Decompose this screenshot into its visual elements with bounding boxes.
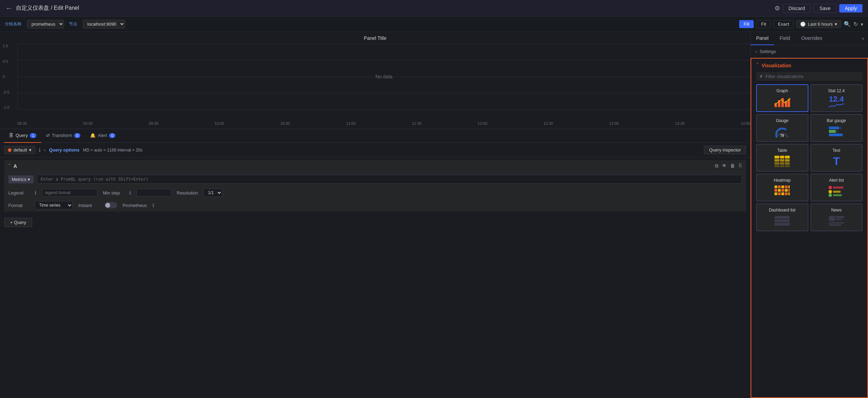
- instant-toggle[interactable]: [105, 202, 117, 208]
- svg-point-40: [829, 190, 832, 193]
- tab-panel[interactable]: Panel: [751, 32, 774, 45]
- query-options-link[interactable]: Query options: [49, 147, 79, 153]
- svg-rect-29: [778, 189, 781, 192]
- active-datasource-select[interactable]: default ▾: [4, 146, 35, 154]
- tab-alert-label: Alert: [98, 133, 107, 138]
- refresh-icon[interactable]: ↻: [853, 21, 858, 27]
- svg-rect-46: [774, 223, 790, 226]
- svg-point-38: [829, 186, 832, 189]
- legend-input[interactable]: [42, 189, 97, 197]
- datasource-select[interactable]: prometheus: [27, 20, 64, 28]
- drag-query-icon[interactable]: ⠿: [738, 163, 742, 169]
- tab-transform[interactable]: ⇄ Transform 0: [41, 129, 86, 143]
- datasource-info-icon[interactable]: ℹ: [39, 147, 41, 153]
- add-query-button[interactable]: + Query: [4, 218, 32, 227]
- viz-news[interactable]: News: [811, 204, 863, 231]
- tab-query[interactable]: 🗄 Query 1: [4, 129, 41, 143]
- transform-count-badge: 0: [74, 133, 80, 138]
- transform-icon: ⇄: [46, 133, 50, 138]
- svg-rect-21: [780, 165, 784, 167]
- top-bar-right: ⚙ Discard Save Apply: [774, 4, 862, 13]
- metrics-button[interactable]: Metrics ▾: [8, 175, 34, 183]
- view-exact-button[interactable]: Exact: [773, 20, 794, 28]
- node-select[interactable]: localhost:9090: [83, 20, 125, 28]
- svg-rect-14: [774, 159, 779, 162]
- viz-alertlist[interactable]: Alert list: [811, 174, 863, 201]
- viz-graph[interactable]: Graph: [756, 84, 808, 112]
- viz-heatmap-label: Heatmap: [774, 178, 791, 183]
- tab-overrides[interactable]: Overrides: [796, 32, 828, 45]
- alert-icon: 🔔: [90, 133, 96, 138]
- graph-icon: [774, 95, 790, 108]
- copy-query-icon[interactable]: ⧉: [715, 163, 718, 169]
- format-row: Format Time series Instant Prometheus ℹ: [4, 199, 746, 211]
- datasource-chevron-icon: ▾: [29, 147, 32, 153]
- viz-dashboardlist-label: Dashboard list: [769, 208, 796, 213]
- hide-query-icon[interactable]: 👁: [722, 163, 727, 169]
- datasource-label: 分组名称: [5, 21, 21, 27]
- viz-grid: Graph Stat 12.4: [756, 84, 862, 231]
- save-button[interactable]: Save: [814, 4, 836, 13]
- query-input-row: Metrics ▾: [4, 172, 746, 187]
- query-inspector-button[interactable]: Query inspector: [704, 146, 746, 154]
- bargauge-icon: [828, 125, 845, 138]
- settings-section[interactable]: › Settings: [751, 45, 868, 58]
- promql-input[interactable]: [37, 175, 742, 184]
- min-step-info-icon[interactable]: ℹ: [129, 190, 131, 196]
- query-block-a: ˅ A ⧉ 👁 🗑 ⠿ Metrics ▾ Legend ℹ: [4, 160, 746, 211]
- query-count-badge: 1: [30, 133, 36, 138]
- query-collapse-button[interactable]: ˅: [8, 163, 11, 169]
- time-range-button[interactable]: 🕐 Last 6 hours ▾: [796, 20, 841, 28]
- back-button[interactable]: ←: [6, 4, 12, 12]
- dashboardlist-icon: [774, 215, 790, 227]
- apply-button[interactable]: Apply: [839, 4, 862, 12]
- svg-rect-15: [780, 159, 784, 162]
- viz-bargauge[interactable]: Bar gauge: [811, 114, 863, 142]
- viz-dashboardlist[interactable]: Dashboard list: [756, 204, 808, 231]
- query-meta: MD = auto = 1168 Interval = 20s: [83, 148, 143, 153]
- svg-rect-30: [781, 189, 784, 192]
- x-axis: 08:30 09:00 09:30 10:00 10:30 11:00 11:3…: [0, 120, 750, 126]
- text-icon: T: [828, 155, 845, 167]
- node-label: 节点: [69, 21, 77, 27]
- viz-text-label: Text: [833, 148, 840, 153]
- add-query-bar: + Query: [0, 214, 750, 231]
- format-select[interactable]: Time series: [35, 201, 73, 209]
- view-fit-button[interactable]: Fit: [756, 20, 770, 28]
- viz-stat-label: Stat 12.4: [828, 88, 845, 93]
- settings-icon[interactable]: ⚙: [774, 5, 780, 12]
- svg-rect-12: [780, 156, 784, 158]
- viz-gauge[interactable]: Gauge 79: [756, 114, 808, 142]
- time-range-label: Last 6 hours: [808, 21, 833, 27]
- delete-query-icon[interactable]: 🗑: [730, 163, 735, 169]
- svg-rect-41: [833, 191, 841, 193]
- svg-rect-31: [785, 189, 788, 192]
- prometheus-info-icon[interactable]: ℹ: [152, 202, 154, 208]
- database-icon: 🗄: [9, 133, 14, 138]
- legend-info-icon[interactable]: ℹ: [35, 190, 36, 196]
- center-panel: Panel Title 1.0 0.5 0 -0.5 -1.0 No data: [0, 32, 750, 398]
- filter-icon: ▼: [759, 74, 763, 79]
- panel-title: Panel Title: [0, 35, 750, 41]
- tab-field[interactable]: Field: [774, 32, 796, 45]
- tab-alert[interactable]: 🔔 Alert 0: [85, 129, 120, 143]
- news-icon: [828, 215, 845, 227]
- alert-count-badge: 0: [109, 133, 115, 138]
- view-controls: Fill Fit Exact 🕐 Last 6 hours ▾ 🔍 ↻ ▾: [739, 20, 863, 28]
- resolution-select[interactable]: 1/1: [203, 189, 222, 197]
- viz-stat[interactable]: Stat 12.4 12.4: [811, 84, 863, 112]
- discard-button[interactable]: Discard: [783, 4, 811, 13]
- viz-heatmap[interactable]: Heatmap: [756, 174, 808, 201]
- viz-collapse-icon[interactable]: ˅: [756, 62, 759, 69]
- zoom-icon[interactable]: 🔍: [844, 21, 851, 27]
- svg-rect-7: [829, 130, 836, 133]
- expand-icon[interactable]: ▾: [861, 21, 863, 27]
- main-layout: Panel Title 1.0 0.5 0 -0.5 -1.0 No data: [0, 32, 868, 398]
- min-step-input[interactable]: [136, 189, 171, 197]
- right-panel-expand-icon[interactable]: ›: [858, 33, 868, 44]
- viz-text[interactable]: Text T: [811, 144, 863, 172]
- viz-table[interactable]: Table: [756, 144, 808, 172]
- view-fill-button[interactable]: Fill: [739, 20, 754, 28]
- svg-rect-27: [788, 185, 790, 188]
- svg-rect-32: [788, 189, 790, 192]
